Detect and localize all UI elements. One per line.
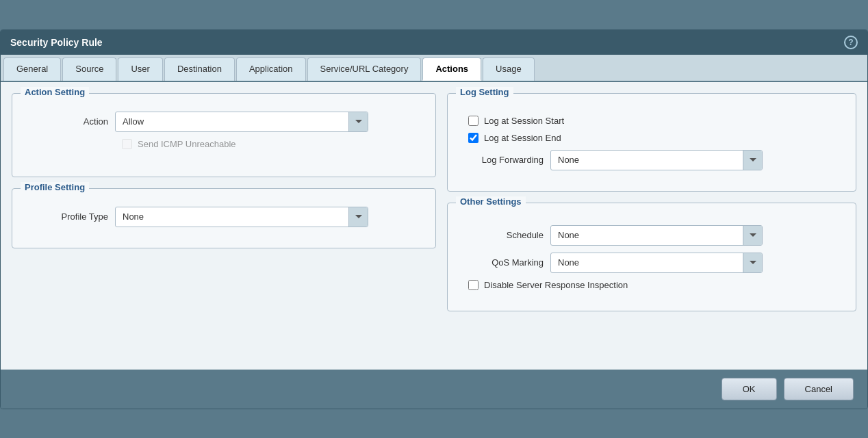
qos-marking-chevron-icon	[750, 261, 756, 264]
action-control: Allow	[115, 112, 368, 132]
log-forwarding-value: None	[551, 151, 743, 168]
qos-marking-label: QoS Marking	[461, 257, 544, 268]
log-session-end-checkbox[interactable]	[468, 133, 478, 143]
profile-type-select[interactable]: None	[115, 207, 368, 227]
send-icmp-row: Send ICMP Unreachable	[26, 139, 422, 156]
log-session-start-label: Log at Session Start	[484, 116, 564, 126]
schedule-label: Schedule	[461, 230, 544, 240]
other-settings-title: Other Settings	[456, 196, 526, 207]
tab-user[interactable]: User	[118, 57, 162, 81]
other-settings-section: Other Settings Schedule None	[447, 203, 856, 311]
dialog-title: Security Policy Rule	[10, 37, 103, 48]
profile-type-value: None	[116, 208, 348, 225]
tab-destination[interactable]: Destination	[164, 57, 235, 81]
action-setting-title: Action Setting	[21, 87, 89, 97]
log-session-end-label: Log at Session End	[484, 133, 561, 143]
action-label: Action	[26, 116, 108, 127]
tab-application[interactable]: Application	[236, 57, 306, 81]
profile-type-label: Profile Type	[26, 211, 108, 222]
action-select[interactable]: Allow	[115, 112, 368, 132]
action-dropdown-btn[interactable]	[348, 112, 368, 131]
qos-marking-value: None	[551, 254, 743, 271]
footer: OK Cancel	[1, 370, 867, 409]
profile-setting-section: Profile Setting Profile Type None	[12, 188, 436, 248]
disable-server-label: Disable Server Response Inspection	[484, 280, 628, 290]
log-setting-section: Log Setting Log at Session Start Log at …	[447, 93, 856, 192]
log-forwarding-select[interactable]: None	[550, 150, 763, 170]
schedule-value: None	[551, 227, 743, 244]
schedule-chevron-icon	[750, 233, 756, 237]
log-setting-title: Log Setting	[456, 87, 513, 97]
tab-service-url[interactable]: Service/URL Category	[307, 57, 422, 81]
tab-source[interactable]: Source	[62, 57, 116, 81]
qos-marking-row: QoS Marking None	[461, 253, 842, 273]
schedule-select[interactable]: None	[550, 225, 763, 246]
dialog: Security Policy Rule ? General Source Us…	[0, 29, 868, 409]
action-setting-section: Action Setting Action Allow	[12, 93, 436, 177]
log-session-start-checkbox[interactable]	[468, 116, 478, 126]
qos-marking-control: None	[550, 253, 763, 273]
log-forwarding-label: Log Forwarding	[461, 155, 544, 165]
schedule-control: None	[550, 225, 763, 246]
profile-type-dropdown-btn[interactable]	[348, 207, 368, 227]
help-icon[interactable]: ?	[844, 36, 858, 49]
profile-type-row: Profile Type None	[26, 207, 422, 227]
qos-marking-select[interactable]: None	[550, 253, 763, 273]
log-session-start-row: Log at Session Start	[468, 116, 842, 126]
send-icmp-checkbox[interactable]	[122, 139, 132, 149]
send-icmp-control: Send ICMP Unreachable	[122, 139, 236, 149]
disable-server-checkbox[interactable]	[468, 280, 478, 290]
title-bar: Security Policy Rule ?	[1, 30, 867, 55]
log-forwarding-chevron-icon	[750, 158, 756, 162]
tabs-bar: General Source User Destination Applicat…	[1, 55, 867, 82]
tab-actions[interactable]: Actions	[422, 57, 481, 81]
send-icmp-label: Send ICMP Unreachable	[138, 139, 236, 149]
right-panel: Log Setting Log at Session Start Log at …	[447, 93, 856, 359]
left-panel: Action Setting Action Allow	[12, 93, 436, 359]
cancel-button[interactable]: Cancel	[784, 378, 854, 400]
tab-usage[interactable]: Usage	[483, 57, 535, 81]
schedule-row: Schedule None	[461, 225, 842, 246]
disable-server-row: Disable Server Response Inspection	[468, 280, 842, 290]
log-forwarding-row: Log Forwarding None	[461, 150, 842, 170]
profile-setting-title: Profile Setting	[21, 182, 89, 192]
schedule-dropdown-btn[interactable]	[743, 226, 762, 245]
qos-marking-dropdown-btn[interactable]	[743, 253, 762, 272]
action-value: Allow	[116, 113, 348, 130]
ok-button[interactable]: OK	[722, 378, 777, 400]
profile-type-control: None	[115, 207, 368, 227]
content-area: Action Setting Action Allow	[1, 82, 867, 370]
log-forwarding-dropdown-btn[interactable]	[743, 151, 762, 170]
action-chevron-icon	[355, 120, 362, 123]
profile-type-chevron-icon	[355, 215, 362, 218]
tab-general[interactable]: General	[3, 57, 61, 81]
log-forwarding-control: None	[550, 150, 763, 170]
action-row: Action Allow	[26, 112, 422, 132]
log-session-end-row: Log at Session End	[468, 133, 842, 143]
